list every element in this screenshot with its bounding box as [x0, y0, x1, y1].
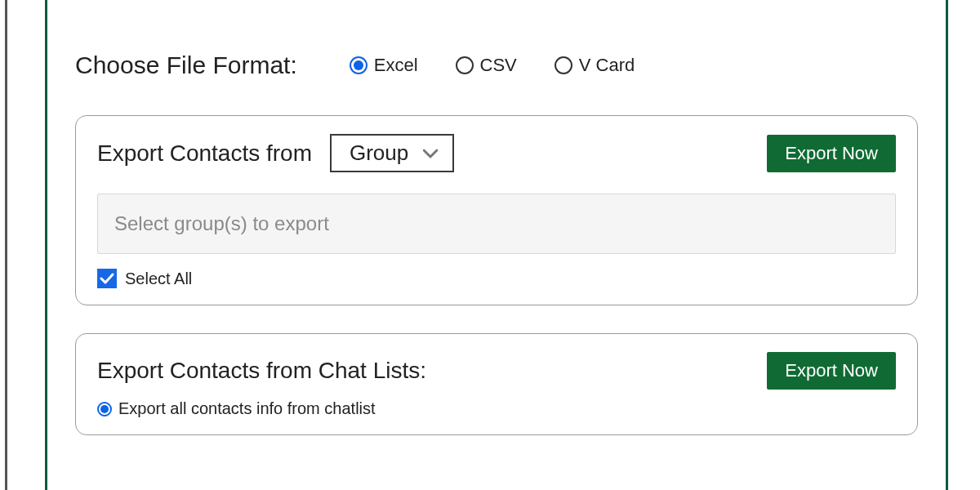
- radio-icon: [555, 56, 572, 74]
- select-all-label: Select All: [125, 270, 192, 288]
- group-select-value: Group: [350, 140, 408, 166]
- radio-vcard[interactable]: V Card: [555, 55, 635, 76]
- export-chatlist-title: Export Contacts from Chat Lists:: [97, 358, 426, 384]
- card-header: Export Contacts from Group Export Now: [97, 134, 896, 172]
- export-panel: Choose File Format: Excel CSV V Card Exp…: [45, 0, 948, 490]
- radio-vcard-label: V Card: [579, 55, 635, 76]
- select-all-checkbox[interactable]: Select All: [97, 269, 192, 288]
- radio-chatlist-all[interactable]: Export all contacts info from chatlist: [97, 399, 376, 418]
- group-select[interactable]: Group: [330, 134, 454, 172]
- radio-icon: [456, 56, 474, 74]
- export-group-title: Export Contacts from: [97, 140, 312, 167]
- chevron-down-icon: [423, 146, 438, 161]
- file-format-label: Choose File Format:: [75, 51, 297, 79]
- radio-chatlist-all-label: Export all contacts info from chatlist: [118, 399, 376, 418]
- file-format-row: Choose File Format: Excel CSV V Card: [75, 51, 918, 79]
- export-chatlist-button[interactable]: Export Now: [767, 352, 896, 390]
- radio-csv-label: CSV: [480, 55, 517, 76]
- radio-icon: [97, 402, 112, 416]
- group-multiselect-input[interactable]: Select group(s) to export: [97, 194, 896, 254]
- window-frame: Choose File Format: Excel CSV V Card Exp…: [5, 0, 973, 490]
- export-from-group-card: Export Contacts from Group Export Now Se…: [75, 115, 918, 305]
- radio-icon: [350, 56, 368, 74]
- checkbox-checked-icon: [97, 269, 117, 288]
- export-from-chatlist-card: Export Contacts from Chat Lists: Export …: [75, 333, 918, 435]
- radio-excel[interactable]: Excel: [350, 55, 418, 76]
- radio-excel-label: Excel: [374, 55, 418, 76]
- export-group-button[interactable]: Export Now: [767, 135, 896, 172]
- card-header: Export Contacts from Chat Lists: Export …: [97, 352, 896, 390]
- radio-csv[interactable]: CSV: [456, 55, 517, 76]
